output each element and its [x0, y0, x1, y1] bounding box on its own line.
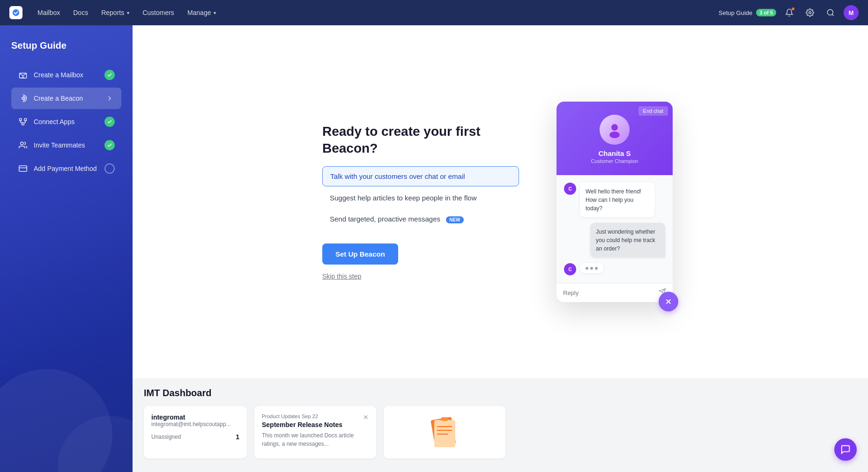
close-beacon-button[interactable]	[659, 292, 678, 311]
beacon-icon	[18, 93, 28, 103]
msg-avatar-1: C	[564, 183, 576, 195]
payment-todo-icon	[104, 163, 115, 174]
set-up-beacon-button[interactable]: Set Up Beacon	[322, 243, 398, 265]
svg-rect-10	[19, 166, 27, 171]
svg-point-1	[809, 12, 811, 14]
message-2: Just wondering whether you could help me…	[564, 223, 665, 258]
nav-mailbox-label: Mailbox	[37, 9, 60, 16]
svg-point-0	[13, 9, 19, 16]
logo[interactable]	[9, 6, 22, 19]
user-avatar[interactable]: M	[844, 5, 859, 20]
svg-point-9	[21, 142, 23, 145]
beacon-widget: End chat Chanita S	[556, 102, 673, 302]
sidebar-connect-apps-label: Connect Apps	[34, 118, 99, 125]
msg-bubble-2: Just wondering whether you could help me…	[590, 223, 665, 258]
dashboard-title: IMT Dashboard	[144, 388, 857, 398]
agent-name: Chanita S	[566, 149, 663, 157]
sidebar-item-add-payment[interactable]: Add Payment Method	[11, 158, 121, 179]
card-integromat[interactable]: integromat integromat@imt.helpscoutapp..…	[144, 406, 247, 458]
setup-panel: Ready to create your first Beacon? Talk …	[133, 25, 868, 378]
msg-avatar-3: C	[564, 263, 576, 275]
mailbox-check-icon	[104, 70, 115, 80]
notifications-button[interactable]	[782, 5, 797, 20]
nav-docs[interactable]: Docs	[67, 6, 94, 19]
sidebar-item-invite-teammates[interactable]: Invite Teammates	[11, 134, 121, 156]
svg-point-2	[827, 9, 833, 15]
updates-body: This month we launched Docs article rati…	[262, 431, 363, 448]
sidebar-create-beacon-label: Create a Beacon	[34, 95, 99, 102]
setup-guide-label: Setup Guide	[719, 9, 752, 16]
svg-line-3	[832, 14, 833, 15]
beacon-arrow-icon	[104, 93, 115, 103]
new-badge: New	[446, 216, 463, 223]
reply-input[interactable]	[563, 289, 659, 296]
beacon-messages: C Well hello there friend! How can I hel…	[556, 175, 673, 283]
cards-row: integromat integromat@imt.helpscoutapp..…	[144, 406, 857, 458]
svg-rect-6	[20, 118, 22, 121]
bottom-area: IMT Dashboard integromat integromat@imt.…	[133, 378, 868, 472]
invite-check-icon	[104, 140, 115, 150]
sidebar: Setup Guide Create a Mailbox Create a Be…	[0, 25, 133, 472]
connect-apps-icon	[18, 117, 28, 127]
nav-manage-label: Manage	[187, 9, 211, 16]
feature-item-chat[interactable]: Talk with your customers over chat or em…	[322, 166, 519, 186]
svg-rect-7	[24, 118, 27, 121]
feature-list: Talk with your customers over chat or em…	[322, 166, 519, 229]
feature-helparticles-label: Suggest help articles to keep people in …	[330, 194, 477, 202]
svg-rect-21	[441, 417, 448, 421]
connect-apps-check-icon	[104, 117, 115, 127]
svg-point-5	[22, 97, 24, 100]
nav-links: Mailbox Docs Reports Customers Manage	[32, 6, 719, 19]
nav-manage[interactable]: Manage	[182, 6, 222, 19]
dot-3	[595, 267, 598, 270]
updates-meta: Product Updates Sep 22	[262, 413, 363, 419]
feature-item-proactive[interactable]: Send targeted, proactive messages New	[322, 209, 519, 229]
card-unassigned-label: Unassigned	[151, 434, 181, 440]
setup-guide-count: 3 of 5	[756, 9, 776, 16]
nav-docs-label: Docs	[73, 9, 88, 16]
end-chat-button[interactable]: End chat	[638, 106, 668, 116]
top-nav: Mailbox Docs Reports Customers Manage Se…	[0, 0, 868, 25]
agent-avatar	[600, 115, 630, 145]
setup-heading: Ready to create your first Beacon?	[322, 123, 519, 157]
manage-chevron-icon	[214, 10, 216, 15]
card-close-button[interactable]: ✕	[363, 413, 369, 448]
feature-item-helparticles[interactable]: Suggest help articles to keep people in …	[322, 188, 519, 207]
nav-reports[interactable]: Reports	[96, 6, 135, 19]
agent-role: Customer Champion	[566, 158, 663, 164]
nav-mailbox[interactable]: Mailbox	[32, 6, 66, 19]
sidebar-title: Setup Guide	[11, 40, 121, 51]
sidebar-item-create-beacon[interactable]: Create a Beacon	[11, 88, 121, 109]
search-button[interactable]	[823, 5, 838, 20]
beacon-reply-area	[556, 283, 673, 302]
setup-guide-badge[interactable]: Setup Guide 3 of 5	[719, 9, 776, 16]
sidebar-item-create-mailbox[interactable]: Create a Mailbox	[11, 64, 121, 86]
setup-inner: Ready to create your first Beacon? Talk …	[322, 102, 678, 302]
payment-icon	[18, 163, 28, 174]
settings-button[interactable]	[802, 5, 817, 20]
card-product-updates[interactable]: Product Updates Sep 22 September Release…	[254, 406, 376, 458]
updates-title: September Release Notes	[262, 421, 363, 428]
feature-proactive-label: Send targeted, proactive messages	[330, 215, 440, 223]
svg-point-13	[609, 132, 620, 138]
skip-step-link[interactable]: Skip this step	[322, 273, 361, 280]
mailbox-icon	[18, 70, 28, 80]
dot-1	[586, 267, 588, 270]
sidebar-invite-label: Invite Teammates	[34, 141, 99, 149]
nav-customers[interactable]: Customers	[137, 6, 180, 19]
svg-point-12	[611, 124, 618, 131]
dot-2	[590, 267, 593, 270]
beacon-widget-container: End chat Chanita S	[556, 102, 678, 302]
main-area: Setup Guide Create a Mailbox Create a Be…	[0, 25, 868, 472]
message-1: C Well hello there friend! How can I hel…	[564, 183, 665, 217]
sidebar-create-mailbox-label: Create a Mailbox	[34, 71, 99, 79]
reports-chevron-icon	[127, 10, 129, 15]
feature-chat-label: Talk with your customers over chat or em…	[330, 172, 465, 180]
support-chat-fab[interactable]	[834, 438, 857, 461]
nav-reports-label: Reports	[101, 9, 124, 16]
content-area: Ready to create your first Beacon? Talk …	[133, 25, 868, 472]
topnav-right: Setup Guide 3 of 5 M	[719, 5, 859, 20]
card-image	[384, 406, 505, 458]
setup-text-area: Ready to create your first Beacon? Talk …	[322, 123, 519, 281]
sidebar-item-connect-apps[interactable]: Connect Apps	[11, 111, 121, 133]
